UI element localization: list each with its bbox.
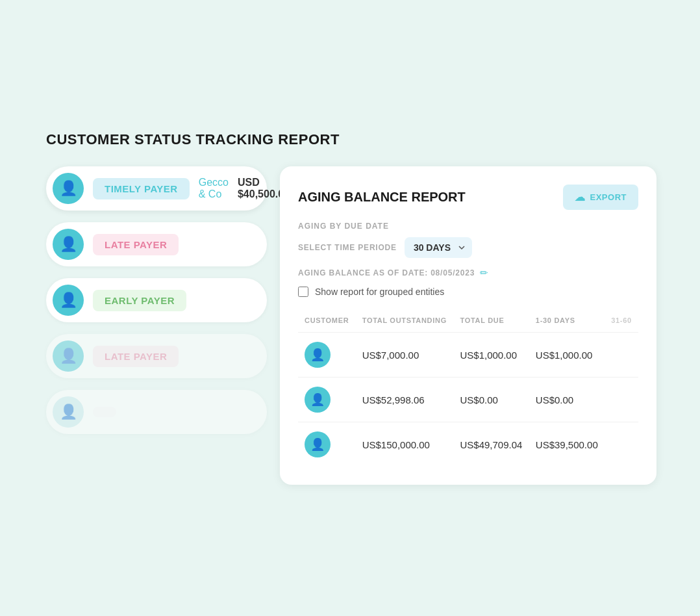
edit-date-icon[interactable]: ✏ xyxy=(480,267,488,279)
row-1-days-31-60 xyxy=(605,333,638,378)
checkbox-label: Show report for grouped entities xyxy=(315,287,444,297)
page-title: CUSTOMER STATUS TRACKING REPORT xyxy=(46,131,654,148)
table-header-row: CUSTOMER TOTAL OUTSTANDING TOTAL DUE 1-3… xyxy=(298,311,638,333)
person-icon-4: 👤 xyxy=(60,348,77,365)
export-icon: ☁ xyxy=(575,191,586,203)
row-3-customer: 👤 xyxy=(298,422,356,467)
avatar-2: 👤 xyxy=(53,229,84,260)
badge-early-payer: EARLY PAYER xyxy=(93,290,186,311)
row-1-customer: 👤 xyxy=(298,333,356,378)
row-3-days-31-60 xyxy=(605,422,638,467)
row-3-days-1-30: US$39,500.00 xyxy=(529,422,605,467)
avatar-5: 👤 xyxy=(53,396,84,428)
avatar-3: 👤 xyxy=(53,285,84,316)
col-header-customer: CUSTOMER xyxy=(298,311,356,333)
report-header: AGING BALANCE REPORT ☁ EXPORT xyxy=(298,185,638,210)
row-2-avatar: 👤 xyxy=(305,387,331,413)
col-header-total-outstanding: TOTAL OUTSTANDING xyxy=(356,311,454,333)
person-icon-2: 👤 xyxy=(60,236,77,253)
row-1-days-1-30: US$1,000.00 xyxy=(529,333,605,378)
checkbox-row: Show report for grouped entities xyxy=(298,287,638,297)
col-header-total-due: TOTAL DUE xyxy=(453,311,529,333)
customer-list: 👤 TIMELY PAYER Gecco & Co USD $40,500.05… xyxy=(46,166,280,434)
row-1-avatar: 👤 xyxy=(305,342,331,368)
badge-late-payer-2: LATE PAYER xyxy=(93,234,179,255)
report-table: CUSTOMER TOTAL OUTSTANDING TOTAL DUE 1-3… xyxy=(298,311,638,467)
badge-late-payer-5 xyxy=(93,407,116,417)
row-3-total-due: US$49,709.04 xyxy=(453,422,529,467)
time-period-select[interactable]: 30 DAYS 60 DAYS 90 DAYS xyxy=(405,237,472,258)
grouped-entities-checkbox[interactable] xyxy=(298,287,308,297)
main-container: CUSTOMER STATUS TRACKING REPORT 👤 TIMELY… xyxy=(25,110,675,506)
date-row: AGING BALANCE AS OF DATE: 08/05/2023 ✏ xyxy=(298,267,638,279)
avatar-4: 👤 xyxy=(53,340,84,372)
row-2-person-icon: 👤 xyxy=(310,392,325,407)
row-2-days-31-60 xyxy=(605,378,638,422)
col-header-31-60: 31-60 xyxy=(605,311,638,333)
table-row-3: 👤 US$150,000.00 US$49,709.04 US$39,500.0… xyxy=(298,422,638,467)
row-1-person-icon: 👤 xyxy=(310,348,325,362)
row-2-total-due: US$0.00 xyxy=(453,378,529,422)
customer-card-5[interactable]: 👤 xyxy=(46,390,267,434)
badge-late-payer-4: LATE PAYER xyxy=(93,346,179,367)
table-row-2: 👤 US$52,998.06 US$0.00 US$0.00 xyxy=(298,378,638,422)
badge-timely-payer: TIMELY PAYER xyxy=(93,178,190,199)
report-title: AGING BALANCE REPORT xyxy=(298,190,466,205)
customer-meta-1: Gecco & Co USD $40,500.05 xyxy=(199,177,290,200)
report-panel: AGING BALANCE REPORT ☁ EXPORT AGING BY D… xyxy=(280,166,656,485)
row-3-avatar: 👤 xyxy=(305,431,331,457)
content-area: 👤 TIMELY PAYER Gecco & Co USD $40,500.05… xyxy=(46,166,654,485)
customer-card-2[interactable]: 👤 LATE PAYER xyxy=(46,222,267,266)
date-label: AGING BALANCE AS OF DATE: 08/05/2023 xyxy=(298,268,475,277)
customer-name-1: Gecco & Co xyxy=(199,177,229,200)
row-1-total-due: US$1,000.00 xyxy=(453,333,529,378)
col-header-1-30-days: 1-30 DAYS xyxy=(529,311,605,333)
person-icon: 👤 xyxy=(60,180,77,197)
person-icon-5: 👤 xyxy=(60,404,77,420)
filter-row: SELECT TIME PERIODE 30 DAYS 60 DAYS 90 D… xyxy=(298,237,638,258)
filter-label: SELECT TIME PERIODE xyxy=(298,243,397,252)
customer-card-3[interactable]: 👤 EARLY PAYER xyxy=(46,278,267,322)
table-row-1: 👤 US$7,000.00 US$1,000.00 US$1,000.00 xyxy=(298,333,638,378)
row-2-customer: 👤 xyxy=(298,378,356,422)
export-button[interactable]: ☁ EXPORT xyxy=(563,185,638,210)
row-3-person-icon: 👤 xyxy=(310,437,325,452)
customer-card-1[interactable]: 👤 TIMELY PAYER Gecco & Co USD $40,500.05 xyxy=(46,166,267,211)
row-3-total-outstanding: US$150,000.00 xyxy=(356,422,454,467)
export-label: EXPORT xyxy=(590,192,627,202)
person-icon-3: 👤 xyxy=(60,292,77,309)
avatar-1: 👤 xyxy=(53,173,84,204)
section-label: AGING BY DUE DATE xyxy=(298,222,638,231)
row-2-days-1-30: US$0.00 xyxy=(529,378,605,422)
row-1-total-outstanding: US$7,000.00 xyxy=(356,333,454,378)
customer-card-4[interactable]: 👤 LATE PAYER xyxy=(46,334,267,378)
row-2-total-outstanding: US$52,998.06 xyxy=(356,378,454,422)
